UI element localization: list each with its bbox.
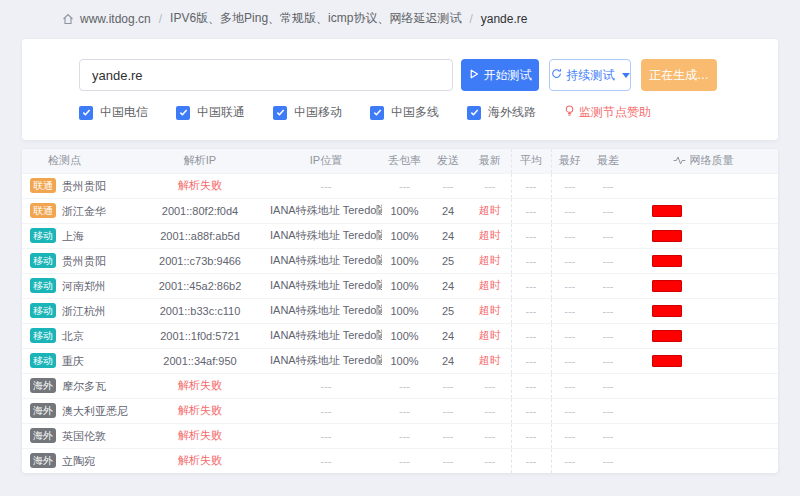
start-test-button[interactable]: 开始测试 — [461, 59, 539, 91]
start-test-label: 开始测试 — [484, 67, 532, 84]
best-cell: --- — [551, 423, 588, 448]
checkbox-checked-icon[interactable] — [370, 106, 384, 120]
header-sent: 发送 — [427, 149, 469, 173]
continuous-test-label: 持续测试 — [567, 67, 615, 84]
resolved-ip-cell: 解析失败 — [130, 373, 270, 398]
continuous-test-button[interactable]: 持续测试 — [549, 59, 631, 91]
sent-cell: 25 — [427, 298, 469, 323]
ip-location-cell: --- — [270, 173, 382, 198]
sponsor-link-label: 监测节点赞助 — [579, 104, 651, 121]
node-name: 贵州贵阳 — [62, 255, 106, 267]
breadcrumb-current: yande.re — [481, 12, 528, 26]
worst-cell: --- — [588, 173, 628, 198]
sent-cell: 24 — [427, 323, 469, 348]
header-ip-location: IP位置 — [270, 149, 382, 173]
latest-cell: --- — [469, 448, 511, 473]
breadcrumb-section-link[interactable]: IPV6版、多地Ping、常规版、icmp协议、网络延迟测试 — [170, 10, 461, 27]
results-table: 检测点 解析IP IP位置 丢包率 发送 最新 平均 最好 最差 网络质量 — [22, 149, 778, 473]
quality-cell — [628, 323, 778, 348]
best-cell: --- — [551, 448, 588, 473]
checkbox-checked-icon[interactable] — [467, 106, 481, 120]
loss-cell: 100% — [382, 223, 427, 248]
quality-cell — [628, 223, 778, 248]
best-cell: --- — [551, 248, 588, 273]
best-cell: --- — [551, 398, 588, 423]
resolved-ip-cell: 2001::c73b:9466 — [130, 248, 270, 273]
sent-cell: 24 — [427, 223, 469, 248]
header-worst: 最差 — [588, 149, 628, 173]
line-checkbox-1[interactable]: 中国联通 — [176, 104, 245, 121]
checkbox-checked-icon[interactable] — [176, 106, 190, 120]
sent-cell: 25 — [427, 248, 469, 273]
header-resolved-ip: 解析IP — [130, 149, 270, 173]
carrier-badge: 移动 — [30, 228, 56, 243]
line-checkbox-2[interactable]: 中国移动 — [273, 104, 342, 121]
line-checkbox-label: 海外线路 — [488, 104, 536, 121]
checkbox-checked-icon[interactable] — [273, 106, 287, 120]
host-input[interactable] — [79, 59, 453, 91]
worst-cell: --- — [588, 373, 628, 398]
ip-location-cell: IANA特殊地址 Teredo隧道地址 — [270, 248, 382, 273]
ip-location-cell: IANA特殊地址 Teredo隧道地址 — [270, 198, 382, 223]
pulse-icon — [673, 155, 686, 167]
worst-cell: --- — [588, 423, 628, 448]
worst-cell: --- — [588, 323, 628, 348]
table-row: 移动河南郑州2001::45a2:86b2IANA特殊地址 Teredo隧道地址… — [22, 273, 778, 298]
carrier-badge: 海外 — [30, 428, 56, 443]
quality-bar — [652, 355, 682, 367]
node-name: 上海 — [62, 230, 84, 242]
quality-cell — [628, 198, 778, 223]
carrier-badge: 联通 — [30, 178, 56, 193]
table-row: 移动浙江杭州2001::b33c:c110IANA特殊地址 Teredo隧道地址… — [22, 298, 778, 323]
latest-cell: 超时 — [469, 273, 511, 298]
carrier-badge: 海外 — [30, 453, 56, 468]
table-row: 移动北京2001::1f0d:5721IANA特殊地址 Teredo隧道地址10… — [22, 323, 778, 348]
table-row: 联通浙江金华2001::80f2:f0d4IANA特殊地址 Teredo隧道地址… — [22, 198, 778, 223]
avg-cell: --- — [511, 198, 551, 223]
table-row: 联通贵州贵阳解析失败--------------------- — [22, 173, 778, 198]
node-name: 立陶宛 — [62, 455, 95, 467]
node-name: 重庆 — [62, 355, 84, 367]
avg-cell: --- — [511, 348, 551, 373]
line-checkbox-4[interactable]: 海外线路 — [467, 104, 536, 121]
worst-cell: --- — [588, 273, 628, 298]
node-cell: 联通浙江金华 — [22, 198, 130, 223]
header-loss: 丢包率 — [382, 149, 427, 173]
header-quality-label: 网络质量 — [690, 153, 734, 168]
sponsor-link[interactable]: 监测节点赞助 — [564, 104, 651, 121]
generating-button[interactable]: 正在生成… — [641, 59, 717, 91]
test-panel: 开始测试 持续测试 正在生成… 中国电信中国联通中国移动中国多线海外线路 监测节… — [22, 39, 778, 140]
sent-cell: --- — [427, 398, 469, 423]
sent-cell: 24 — [427, 198, 469, 223]
line-checkbox-label: 中国电信 — [100, 104, 148, 121]
quality-cell — [628, 173, 778, 198]
lightbulb-icon — [564, 105, 575, 120]
line-checkbox-3[interactable]: 中国多线 — [370, 104, 439, 121]
worst-cell: --- — [588, 198, 628, 223]
node-cell: 移动浙江杭州 — [22, 298, 130, 323]
node-name: 河南郑州 — [62, 280, 106, 292]
carrier-badge: 移动 — [30, 278, 56, 293]
header-best: 最好 — [551, 149, 588, 173]
table-row: 移动上海2001::a88f:ab5dIANA特殊地址 Teredo隧道地址10… — [22, 223, 778, 248]
worst-cell: --- — [588, 298, 628, 323]
sent-cell: --- — [427, 373, 469, 398]
table-row: 海外澳大利亚悉尼解析失败--------------------- — [22, 398, 778, 423]
ip-location-cell: IANA特殊地址 Teredo隧道地址 — [270, 323, 382, 348]
loss-cell: 100% — [382, 323, 427, 348]
breadcrumb-site-link[interactable]: www.itdog.cn — [80, 12, 151, 26]
loss-cell: 100% — [382, 248, 427, 273]
quality-cell — [628, 373, 778, 398]
resolved-ip-cell: 2001::80f2:f0d4 — [130, 198, 270, 223]
avg-cell: --- — [511, 323, 551, 348]
best-cell: --- — [551, 323, 588, 348]
play-icon — [469, 68, 479, 82]
loss-cell: --- — [382, 173, 427, 198]
checkbox-checked-icon[interactable] — [79, 106, 93, 120]
quality-bar — [652, 330, 682, 342]
chevron-down-icon — [622, 73, 630, 78]
carrier-badge: 移动 — [30, 353, 56, 368]
table-header-row: 检测点 解析IP IP位置 丢包率 发送 最新 平均 最好 最差 网络质量 — [22, 149, 778, 173]
line-checkbox-0[interactable]: 中国电信 — [79, 104, 148, 121]
loss-cell: 100% — [382, 298, 427, 323]
